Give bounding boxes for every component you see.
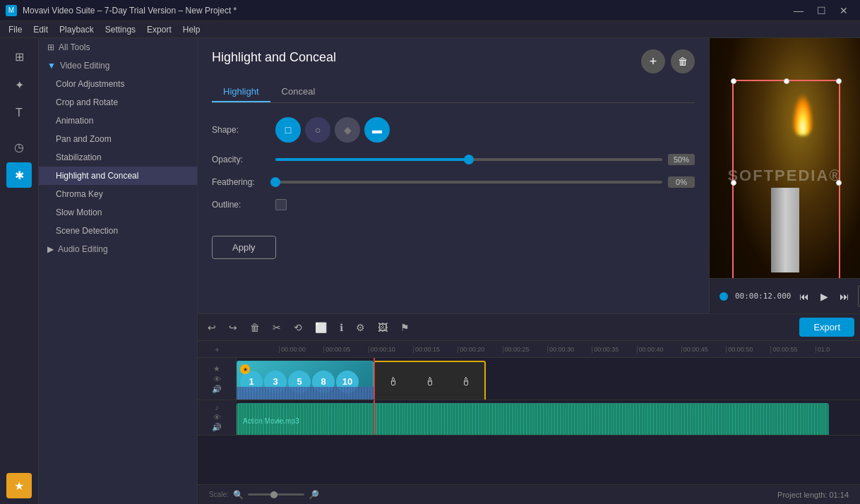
export-button[interactable]: Export: [799, 318, 854, 337]
sidebar-item-highlight-conceal[interactable]: Highlight and Conceal: [39, 167, 197, 185]
editor-panel: Highlight and Conceal + 🗑 Highlight Conc…: [198, 38, 710, 313]
delete-button[interactable]: 🗑: [671, 49, 695, 73]
scale-slider[interactable]: [248, 493, 304, 496]
shape-buttons: □ ○ ◆ ▬: [275, 117, 695, 143]
zoom-out-icon[interactable]: 🔍: [233, 490, 244, 500]
audio-editing-header[interactable]: ▶ Audio Editing: [39, 240, 197, 258]
feathering-value: 0%: [668, 176, 695, 188]
selection-box[interactable]: [732, 80, 840, 287]
filter-button[interactable]: ⚙: [352, 319, 369, 336]
handle-ml[interactable]: [731, 180, 736, 186]
sidebar-item-pan-zoom[interactable]: Pan and Zoom: [39, 130, 197, 148]
audio-mute-icon[interactable]: 🔊: [212, 423, 222, 432]
close-button[interactable]: ✕: [833, 4, 854, 18]
project-length: Project length: 01:14: [777, 491, 849, 499]
audio-clip[interactable]: Action Movie.mp3: [237, 403, 829, 435]
outline-checkbox[interactable]: [275, 199, 287, 210]
sidebar-item-stabilization[interactable]: Stabilization: [39, 148, 197, 167]
editor-tabs: Highlight Conceal: [212, 82, 695, 103]
audio-waveform-below: [237, 387, 374, 400]
shape-circle-button[interactable]: ○: [305, 117, 330, 143]
handle-tr[interactable]: [836, 78, 842, 84]
menu-edit[interactable]: Edit: [28, 23, 54, 36]
shape-row: Shape: □ ○ ◆ ▬: [212, 117, 695, 143]
delete-clip-button[interactable]: 🗑: [246, 319, 264, 336]
handle-tm[interactable]: [784, 78, 789, 84]
video-clip-candles[interactable]: 🕯 🕯 🕯: [374, 361, 486, 400]
marker-button[interactable]: ⚑: [396, 319, 414, 336]
track-audio-icon[interactable]: 🔊: [212, 385, 222, 394]
outline-row: Outline:: [212, 199, 695, 210]
audio-track-content[interactable]: Action Movie.mp3: [237, 400, 860, 435]
audio-eye-icon[interactable]: 👁: [213, 413, 221, 421]
ruler-mark-8: 00:00:40: [637, 346, 681, 353]
upgrade-button[interactable]: ★: [6, 473, 32, 498]
info-button[interactable]: ℹ: [335, 319, 347, 336]
magic-button[interactable]: ✦: [6, 72, 32, 97]
undo-button[interactable]: ↩: [203, 319, 220, 336]
timeline-tracks: ★ 👁 🔊 ★ 1 3 5 8 1: [198, 358, 860, 484]
menu-file[interactable]: File: [3, 23, 28, 36]
sidebar-item-slow-motion[interactable]: Slow Motion: [39, 203, 197, 222]
audio-note-icon[interactable]: ♪: [215, 403, 219, 412]
crop-button[interactable]: ⬜: [311, 319, 331, 336]
effects-button[interactable]: ✱: [6, 162, 32, 188]
overlay-button[interactable]: 🖼: [374, 319, 392, 336]
title-bar: M Movavi Video Suite – 7-Day Trial Versi…: [0, 0, 860, 21]
prev-button[interactable]: ⏮: [796, 288, 812, 305]
apply-button[interactable]: Apply: [212, 236, 276, 259]
shape-bar-button[interactable]: ▬: [364, 117, 390, 143]
opacity-slider-row: 50%: [275, 154, 695, 165]
rotate-button[interactable]: ⟲: [289, 319, 306, 336]
redo-button[interactable]: ↪: [225, 319, 241, 336]
top-content: Highlight and Conceal + 🗑 Highlight Conc…: [198, 38, 860, 313]
audio-playhead: [374, 400, 375, 435]
menu-playback[interactable]: Playback: [54, 23, 100, 36]
tab-conceal[interactable]: Conceal: [270, 82, 327, 102]
track-eye-icon[interactable]: 👁: [213, 375, 221, 383]
tab-highlight[interactable]: Highlight: [212, 82, 270, 102]
play-button[interactable]: ▶: [818, 288, 831, 305]
add-button[interactable]: +: [641, 49, 665, 73]
maximize-button[interactable]: ☐: [811, 4, 832, 18]
shape-drop-button[interactable]: ◆: [335, 117, 360, 143]
timer-button[interactable]: ◷: [6, 134, 32, 160]
sidebar-item-scene-detection[interactable]: Scene Detection: [39, 222, 197, 240]
ruler-mark-6: 00:00:30: [547, 346, 592, 353]
feathering-slider[interactable]: [275, 181, 662, 184]
menu-help[interactable]: Help: [177, 23, 206, 36]
audio-track-row: ♪ 👁 🔊 Action Movie.mp3: [198, 400, 860, 436]
content-area: Highlight and Conceal + 🗑 Highlight Conc…: [198, 38, 860, 504]
video-editing-header[interactable]: ▼ Video Editing: [39, 56, 197, 75]
opacity-value: 50%: [668, 154, 695, 165]
text-button[interactable]: T: [6, 100, 32, 126]
audio-waveform: [237, 404, 828, 435]
all-tools-header[interactable]: ⊞ All Tools: [39, 38, 197, 56]
opacity-slider[interactable]: [275, 158, 662, 161]
outline-control: [275, 199, 695, 210]
add-track-button[interactable]: +: [215, 345, 219, 354]
shape-rectangle-button[interactable]: □: [275, 117, 301, 143]
video-track-content[interactable]: ★ 1 3 5 8 10 🕯 🕯: [237, 358, 860, 400]
opacity-row: Opacity: 50%: [212, 154, 695, 165]
ruler-mark-1: 00:00:05: [323, 346, 368, 353]
sidebar-item-color-adjustments[interactable]: Color Adjustments: [39, 75, 197, 93]
zoom-in-icon[interactable]: 🔎: [309, 490, 319, 500]
feathering-row: Feathering: 0%: [212, 176, 695, 188]
menu-export[interactable]: Export: [141, 23, 177, 36]
time-display: 00:00:12.000: [735, 292, 791, 301]
handle-tl[interactable]: [731, 78, 736, 84]
left-toolbar: ⊞ ✦ T ◷ ✱ ★: [0, 38, 39, 504]
playhead[interactable]: [374, 358, 375, 400]
next-button[interactable]: ⏭: [837, 288, 852, 305]
sidebar-item-chroma-key[interactable]: Chroma Key: [39, 185, 197, 203]
sidebar-item-crop-rotate[interactable]: Crop and Rotate: [39, 93, 197, 112]
track-star-icon[interactable]: ★: [213, 364, 220, 373]
all-tools-button[interactable]: ⊞: [6, 44, 32, 69]
minimize-button[interactable]: —: [788, 4, 809, 18]
video-controls: 00:00:12.000 ⏮ ▶ ⏭ 16:9 ▾ 🔊 ⛶ ⧉: [710, 278, 860, 313]
timeline-footer: Scale: 🔍 🔎 Project length: 01:14: [198, 484, 860, 504]
sidebar-item-animation[interactable]: Animation: [39, 112, 197, 130]
menu-settings[interactable]: Settings: [100, 23, 141, 36]
cut-button[interactable]: ✂: [268, 319, 285, 336]
